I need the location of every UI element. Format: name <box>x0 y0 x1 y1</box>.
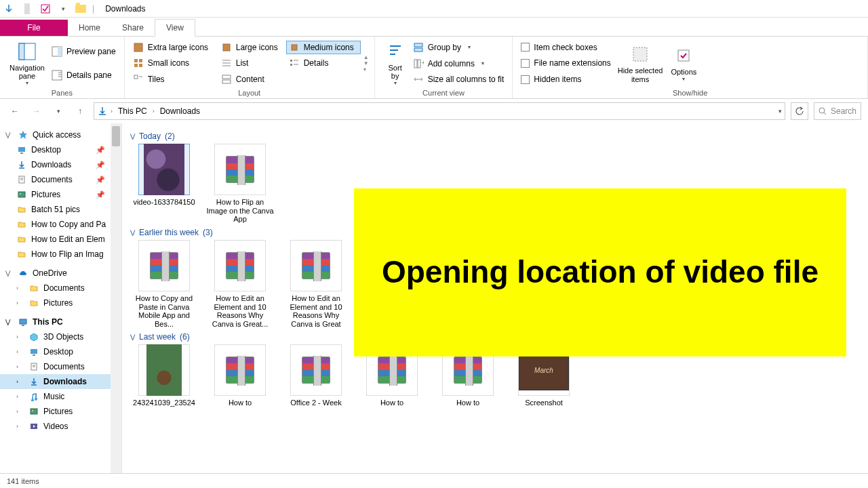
tree-pc-item[interactable]: ›Music <box>0 389 121 404</box>
folder-icon <box>75 3 87 15</box>
tree-pc-item[interactable]: ›Downloads <box>0 374 121 389</box>
tiles-button[interactable]: Tiles <box>130 73 218 86</box>
details-pane-icon <box>52 70 62 81</box>
svg-rect-30 <box>414 43 422 47</box>
scroll-thumb[interactable] <box>112 126 120 146</box>
options-button[interactable]: Options ▾ <box>667 39 701 87</box>
small-icons-icon <box>133 58 144 68</box>
address-bar[interactable]: › This PC › Downloads ▾ <box>94 102 785 120</box>
layout-scroll-down-icon[interactable]: ▼ <box>363 60 369 66</box>
tree-pc-item[interactable]: ›3D Objects <box>0 329 121 344</box>
tree-pc-item[interactable]: ›Videos <box>0 419 121 434</box>
tree-qa-item[interactable]: How to Flip an Imag <box>0 247 121 262</box>
file-name-extensions-toggle[interactable]: File name extensions <box>518 57 613 69</box>
size-columns-icon <box>413 74 424 85</box>
details-view-button[interactable]: Details <box>286 56 361 70</box>
chevron-right-icon: › <box>16 348 24 355</box>
svg-rect-2 <box>19 43 24 60</box>
tab-view[interactable]: View <box>155 19 195 37</box>
tree-quick-access[interactable]: ⋁ Quick access <box>0 127 121 142</box>
file-item[interactable]: 243241039_23524 <box>130 344 198 407</box>
tree-qa-item[interactable]: How to Edit an Elem <box>0 232 121 247</box>
tiles-icon <box>133 74 144 85</box>
layout-scroll-up-icon[interactable]: ▲ <box>363 54 369 60</box>
tree-pc-item[interactable]: ›Documents <box>0 359 121 374</box>
file-name: Screenshot <box>525 399 563 407</box>
checkbox-icon[interactable] <box>39 3 52 15</box>
file-item[interactable]: How to <box>206 344 274 407</box>
sidebar-scrollbar[interactable]: ▴ <box>111 123 121 473</box>
list-button[interactable]: List <box>218 56 286 70</box>
tree-od-item[interactable]: ›Documents <box>0 281 121 296</box>
chevron-right-icon: › <box>16 408 24 415</box>
content-button[interactable]: Content <box>218 73 286 86</box>
ribbon-group-current-view: Sort by ▾ Group by▾ +Add columns▾ Size a… <box>375 37 513 98</box>
sort-by-button[interactable]: Sort by ▾ <box>380 39 410 87</box>
extra-large-icons-button[interactable]: Extra large icons <box>130 41 218 54</box>
svg-rect-35 <box>633 47 647 61</box>
layout-more-icon[interactable]: ▾ <box>363 66 369 73</box>
file-item[interactable]: Office 2 - Week <box>282 344 350 407</box>
refresh-button[interactable] <box>791 102 808 120</box>
address-dropdown-icon[interactable]: ▾ <box>778 108 782 115</box>
svg-line-39 <box>824 113 826 115</box>
tree-qa-item[interactable]: How to Copy and Pa <box>0 217 121 232</box>
qat-dropdown-icon[interactable]: ▾ <box>57 3 69 15</box>
svg-rect-13 <box>139 59 142 62</box>
item-check-boxes-toggle[interactable]: Item check boxes <box>518 41 613 54</box>
file-item[interactable]: How to Flip an Image on the Canva App <box>206 144 274 224</box>
group-header-today[interactable]: ⋁ Today (2) <box>130 127 860 144</box>
medium-icons-button[interactable]: Medium icons <box>286 41 361 54</box>
tree-qa-item[interactable]: Pictures📌 <box>0 187 121 202</box>
file-item[interactable]: How to Copy and Paste in Canva Mobile Ap… <box>130 240 198 329</box>
tree-onedrive[interactable]: ⋁ OneDrive <box>0 266 121 281</box>
tree-this-pc[interactable]: ⋁ This PC <box>0 314 121 329</box>
tree-od-item[interactable]: ›Pictures <box>0 296 121 310</box>
status-bar: 141 items <box>0 473 868 488</box>
hide-icon <box>629 43 651 65</box>
breadcrumb-this-pc[interactable]: This PC <box>115 106 150 116</box>
tree-qa-item[interactable]: Batch 51 pics <box>0 202 121 217</box>
search-icon <box>818 107 827 115</box>
checkbox-icon <box>521 59 530 68</box>
file-name: How to Edit an Element and 10 Reasons Wh… <box>282 294 350 329</box>
svg-rect-31 <box>414 48 422 52</box>
hide-selected-items-button[interactable]: Hide selected items <box>614 39 667 87</box>
file-item[interactable]: How to Edit an Element and 10 Reasons Wh… <box>206 240 274 329</box>
details-pane-button[interactable]: Details pane <box>49 68 119 82</box>
tab-share[interactable]: Share <box>111 20 155 36</box>
add-columns-icon: + <box>413 58 424 69</box>
size-all-columns-button[interactable]: Size all columns to fit <box>410 73 507 86</box>
ribbon-group-show-hide: Item check boxes File name extensions Hi… <box>513 37 868 98</box>
large-icons-button[interactable]: Large icons <box>218 41 286 54</box>
hidden-items-toggle[interactable]: Hidden items <box>518 73 613 85</box>
rar-icon <box>226 357 254 384</box>
chevron-down-icon: ⋁ <box>130 229 135 236</box>
chevron-right-icon: › <box>16 300 24 306</box>
sort-icon <box>384 41 406 62</box>
add-columns-button[interactable]: +Add columns▾ <box>410 57 507 70</box>
svg-rect-49 <box>22 325 24 326</box>
tab-file[interactable]: File <box>0 20 68 36</box>
file-item[interactable]: video-1633784150 <box>130 144 198 224</box>
svg-rect-19 <box>290 60 292 62</box>
search-box[interactable]: Search <box>814 102 861 120</box>
tree-qa-item[interactable]: Downloads📌 <box>0 157 121 172</box>
breadcrumb-downloads[interactable]: Downloads <box>157 106 203 116</box>
recent-dropdown[interactable]: ▾ <box>50 103 66 119</box>
group-by-button[interactable]: Group by▾ <box>410 41 507 54</box>
tab-home[interactable]: Home <box>68 20 111 36</box>
tree-pc-item[interactable]: ›Pictures <box>0 404 121 419</box>
tree-pc-item[interactable]: ›Desktop <box>0 344 121 359</box>
tree-qa-item[interactable]: Desktop📌 <box>0 142 121 157</box>
tree-qa-item[interactable]: Documents📌 <box>0 172 121 187</box>
small-icons-button[interactable]: Small icons <box>130 56 218 70</box>
rar-icon <box>302 357 330 384</box>
up-button[interactable]: ↑ <box>72 103 88 119</box>
file-item[interactable]: How to Edit an Element and 10 Reasons Wh… <box>282 240 350 329</box>
navigation-pane-button[interactable]: Navigation pane ▾ <box>5 39 49 87</box>
down-arrow-icon[interactable] <box>3 3 15 15</box>
back-button[interactable]: ← <box>7 103 23 119</box>
rar-icon <box>150 252 178 279</box>
preview-pane-button[interactable]: Preview pane <box>49 45 119 58</box>
